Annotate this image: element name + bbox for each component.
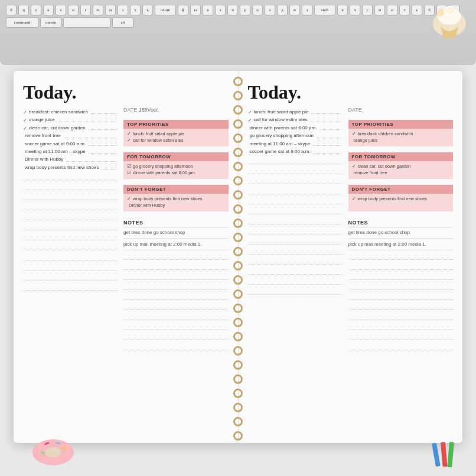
spiral-ring <box>233 261 243 270</box>
key: й <box>6 5 17 15</box>
spiral-ring <box>233 289 243 299</box>
empty-line <box>348 323 454 330</box>
spiral-ring <box>233 332 243 341</box>
key: д <box>277 5 288 15</box>
top-priorities-header: TOP PRIORITIES <box>123 120 229 129</box>
empty-line <box>348 283 454 290</box>
empty-line <box>348 333 454 340</box>
for-tomorrow-content: ☑ go grocery shopping afternoon ☑ dinner… <box>123 161 229 179</box>
empty-line <box>348 343 454 350</box>
empty-line <box>248 197 343 204</box>
notes-section: NOTES get tires done go school shop pick… <box>123 220 229 350</box>
left-task-list: ✓ breakfast: chicken sandwich ✓ orange j… <box>23 107 118 432</box>
spiral-ring <box>233 275 243 285</box>
key: у <box>31 5 41 15</box>
task-item: remove front tree <box>23 133 118 139</box>
donut-decoration <box>30 435 77 467</box>
key: с <box>362 5 373 15</box>
forget-item: Dinner with Hubby <box>127 203 225 208</box>
key: ч <box>350 5 360 15</box>
key: а <box>215 5 226 15</box>
empty-line <box>248 177 343 184</box>
task-item: ✓ call for window estim ates <box>248 117 343 123</box>
empty-line <box>123 313 229 320</box>
tomorrow-item: ☑ go grocery shopping afternoon <box>127 164 225 169</box>
right-forget-item: ✓ wrap body presents find new shoes <box>352 196 450 201</box>
key: е <box>56 5 66 15</box>
empty-line <box>348 293 454 300</box>
empty-line <box>348 313 454 320</box>
key: м <box>374 5 385 15</box>
right-top-priorities-section: TOP PRIORITIES ✓ breakfast: chicken sand… <box>348 120 454 146</box>
task-item: ✓ lunch: fruit salad apple pie <box>248 109 343 115</box>
empty-line <box>248 187 343 194</box>
key: и <box>387 5 397 15</box>
task-item: ✓ clean car, cut down garden <box>23 125 118 131</box>
task-item: wrap body presents find new shoes <box>23 165 118 171</box>
task-item: ✓ breakfast: chicken sandwich <box>23 109 118 115</box>
key: э <box>302 5 312 15</box>
spiral-ring <box>233 360 243 370</box>
notes-header: NOTES <box>123 220 229 227</box>
key: ц <box>18 5 29 15</box>
key: к <box>43 5 54 15</box>
empty-line <box>23 213 118 220</box>
right-tomorrow-item: remove front tree <box>352 170 450 175</box>
left-page: Today. ✓ breakfast: chicken sandwich ✓ o… <box>14 71 239 443</box>
empty-line <box>23 203 118 210</box>
task-item: meeting at 11:00 am – skype <box>23 149 118 155</box>
tomorrow-item: ☑ dinner with parents sat 6:00 pm. <box>127 170 225 175</box>
empty-line <box>248 207 343 214</box>
right-for-tomorrow-header: FOR TOMORROW <box>348 152 454 161</box>
top-priorities-content: ✓ lunch: fruit salad apple pie ✓ call fo… <box>123 129 229 146</box>
for-tomorrow-header: FOR TOMORROW <box>123 152 229 161</box>
task-item: Dinner with Hubby <box>23 157 118 162</box>
right-top-priorities-content: ✓ breakfast: chicken sandwich orange jui… <box>348 129 454 146</box>
empty-line <box>248 288 343 295</box>
key: р <box>240 5 250 15</box>
spiral-ring <box>233 247 243 256</box>
forget-item: ✓ wrap body presents find new shoes <box>127 196 225 201</box>
right-page-title: Today. <box>248 81 454 103</box>
empty-line <box>123 283 229 290</box>
svg-marker-16 <box>452 467 455 470</box>
task-item: meeting at 11:00 am – skype <box>248 141 343 147</box>
spiral-ring <box>233 318 243 327</box>
key: о <box>252 5 263 15</box>
svg-rect-12 <box>441 442 448 467</box>
shift-key: shift <box>314 5 335 15</box>
spiral-ring <box>233 204 243 214</box>
left-page-title: Today. <box>23 81 229 103</box>
empty-line <box>123 303 229 310</box>
right-priority-item: orange juice <box>352 138 450 143</box>
spiral-ring <box>233 346 243 356</box>
right-tomorrow-item: ✓ clean car, cut down garden <box>352 164 450 169</box>
right-dont-forget-content: ✓ wrap body presents find new shoes <box>348 194 454 211</box>
svg-marker-14 <box>434 467 437 470</box>
empty-line <box>123 293 229 300</box>
empty-line <box>23 223 118 230</box>
space-key <box>63 17 110 28</box>
return-key: return <box>155 5 176 15</box>
task-item: soccer game sat at 9:00 a.m. <box>23 141 118 147</box>
top-priorities-section: TOP PRIORITIES ✓ lunch: fruit salad appl… <box>123 120 229 146</box>
key: ъ <box>142 5 153 15</box>
empty-line <box>123 253 229 260</box>
alt-key: alt <box>112 17 133 28</box>
empty-line <box>348 303 454 310</box>
desk: й ц у к е н г ш щ з х ъ return ф ы в а п… <box>0 0 476 476</box>
right-dont-forget-section: DON'T FORGET ✓ wrap body presents find n… <box>348 185 454 211</box>
notebook-wrapper: Today. ✓ breakfast: chicken sandwich ✓ o… <box>12 71 464 452</box>
priority-item: ✓ call for window estim ates <box>127 138 225 143</box>
spiral-binding <box>232 71 244 443</box>
svg-point-2 <box>437 9 444 17</box>
pencils-decoration <box>429 441 464 470</box>
right-sections: DATE TOP PRIORITIES ✓ breakfast: chicken… <box>348 107 454 432</box>
empty-line <box>348 263 454 270</box>
spiral-ring <box>233 105 243 115</box>
key: х <box>130 5 141 15</box>
notebook: Today. ✓ breakfast: chicken sandwich ✓ o… <box>14 71 462 443</box>
empty-line <box>23 243 118 250</box>
dont-forget-header: DON'T FORGET <box>123 185 229 194</box>
empty-line <box>123 323 229 330</box>
